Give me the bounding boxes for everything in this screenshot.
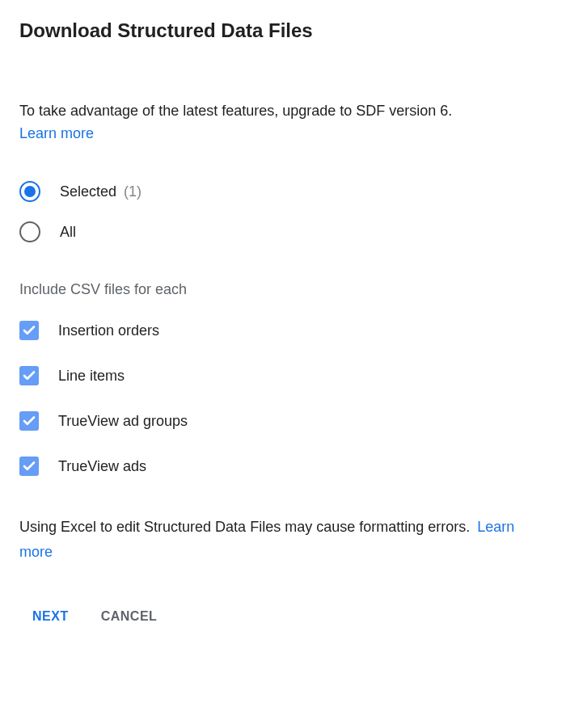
include-checkbox-group: Insertion orders Line items TrueView ad … <box>19 321 547 476</box>
radio-dot-icon <box>24 186 36 197</box>
radio-selected[interactable]: Selected (1) <box>19 181 547 202</box>
scope-radio-group: Selected (1) All <box>19 181 547 242</box>
checkbox-icon-checked <box>19 411 39 431</box>
checkbox-insertion-orders[interactable]: Insertion orders <box>19 321 547 340</box>
checkbox-trueview-ads[interactable]: TrueView ads <box>19 457 547 476</box>
radio-all[interactable]: All <box>19 221 547 242</box>
excel-warning: Using Excel to edit Structured Data File… <box>19 515 547 564</box>
radio-selected-count: (1) <box>124 183 142 200</box>
checkbox-icon-checked <box>19 366 39 385</box>
checkbox-trueview-ad-groups[interactable]: TrueView ad groups <box>19 411 547 431</box>
check-icon <box>22 459 36 473</box>
cancel-button[interactable]: CANCEL <box>101 603 158 630</box>
checkbox-icon-checked <box>19 457 39 476</box>
checkbox-label: Insertion orders <box>58 322 159 339</box>
check-icon <box>22 414 36 428</box>
checkbox-label: Line items <box>58 368 125 385</box>
dialog-actions: NEXT CANCEL <box>19 603 547 630</box>
check-icon <box>22 368 36 383</box>
radio-icon-selected <box>19 181 40 202</box>
checkbox-label: TrueView ads <box>58 458 146 475</box>
upgrade-notice: To take advantage of the latest features… <box>19 100 547 122</box>
radio-all-label: All <box>60 224 76 241</box>
check-icon <box>22 323 36 338</box>
radio-selected-label: Selected (1) <box>60 183 142 200</box>
include-section-label: Include CSV files for each <box>19 281 547 298</box>
checkbox-icon-checked <box>19 321 39 340</box>
dialog-title: Download Structured Data Files <box>19 19 547 42</box>
checkbox-line-items[interactable]: Line items <box>19 366 547 385</box>
next-button[interactable]: NEXT <box>32 603 69 630</box>
learn-more-link-upgrade[interactable]: Learn more <box>19 125 94 141</box>
checkbox-label: TrueView ad groups <box>58 413 188 430</box>
radio-icon-unselected <box>19 221 40 242</box>
